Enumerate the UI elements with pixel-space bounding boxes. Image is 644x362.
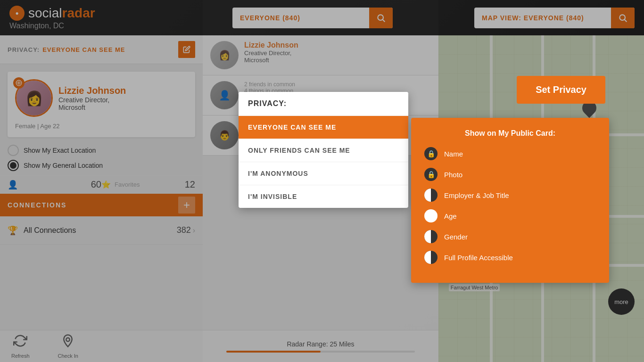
public-card-panel: Show on My Public Card: 🔒 Name 🔒 Photo E… bbox=[411, 118, 609, 283]
fullprofile-toggle[interactable] bbox=[424, 251, 438, 264]
gender-toggle[interactable] bbox=[424, 230, 438, 243]
lock-icon-photo: 🔒 bbox=[427, 171, 435, 178]
name-label: Name bbox=[444, 150, 463, 158]
photo-toggle[interactable]: 🔒 bbox=[424, 168, 438, 181]
privacy-dropdown: PRIVACY: EVERYONE CAN SEE ME ONLY FRIEND… bbox=[239, 92, 408, 208]
employer-toggle[interactable] bbox=[424, 189, 438, 202]
set-privacy-label: Set Privacy bbox=[536, 84, 586, 95]
public-card-item-fullprofile[interactable]: Full Profile Accessible bbox=[424, 251, 596, 264]
privacy-option-invisible[interactable]: I'M INVISIBLE bbox=[239, 185, 408, 208]
age-label: Age bbox=[444, 212, 457, 220]
set-privacy-button[interactable]: Set Privacy bbox=[517, 76, 605, 104]
public-card-item-employer[interactable]: Employer & Job Title bbox=[424, 189, 596, 202]
gender-label: Gender bbox=[444, 233, 468, 241]
age-toggle[interactable] bbox=[424, 209, 438, 222]
privacy-option-anonymous[interactable]: I'M ANONYMOUS bbox=[239, 162, 408, 185]
privacy-option-friends[interactable]: ONLY FRIENDS CAN SEE ME bbox=[239, 139, 408, 162]
public-card-title: Show on My Public Card: bbox=[424, 129, 596, 138]
employer-label: Employer & Job Title bbox=[444, 191, 509, 199]
privacy-dropdown-header: PRIVACY: bbox=[239, 92, 408, 115]
privacy-modal-overlay[interactable]: PRIVACY: EVERYONE CAN SEE ME ONLY FRIEND… bbox=[0, 0, 644, 362]
public-card-item-photo[interactable]: 🔒 Photo bbox=[424, 168, 596, 181]
privacy-option-everyone[interactable]: EVERYONE CAN SEE ME bbox=[239, 115, 408, 139]
name-toggle[interactable]: 🔒 bbox=[424, 147, 438, 160]
lock-icon: 🔒 bbox=[427, 150, 435, 157]
privacy-dropdown-title: PRIVACY: bbox=[248, 99, 287, 107]
fullprofile-label: Full Profile Accessible bbox=[444, 254, 513, 262]
public-card-item-name[interactable]: 🔒 Name bbox=[424, 147, 596, 160]
photo-label: Photo bbox=[444, 171, 462, 179]
public-card-item-gender[interactable]: Gender bbox=[424, 230, 596, 243]
public-card-item-age[interactable]: Age bbox=[424, 209, 596, 222]
